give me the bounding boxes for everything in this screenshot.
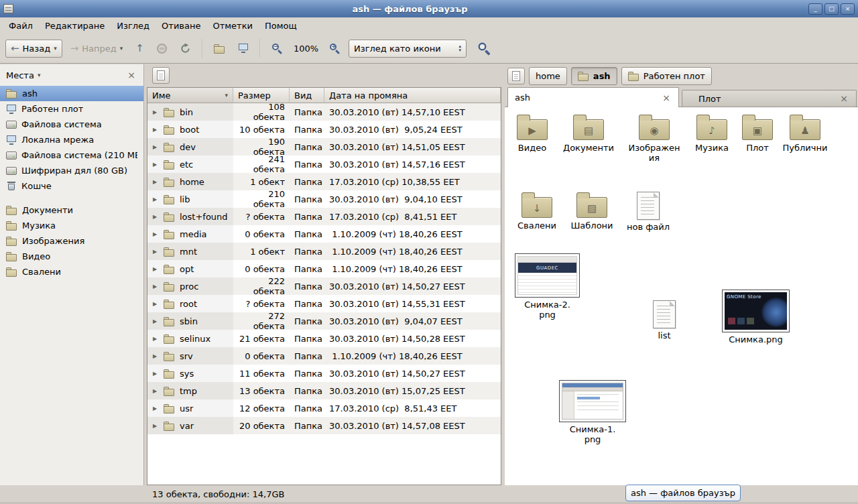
sidebar-item-documents[interactable]: Документи bbox=[0, 202, 143, 218]
location-toggle-button[interactable] bbox=[152, 67, 170, 84]
icon-item-new-file[interactable]: нов файл bbox=[621, 192, 675, 233]
icon-item-desktop[interactable]: ▣ Плот bbox=[731, 114, 784, 153]
expander-icon[interactable]: ▶ bbox=[153, 336, 159, 342]
minimize-button[interactable]: _ bbox=[808, 3, 822, 15]
chevron-down-icon[interactable]: ▾ bbox=[38, 72, 41, 78]
expander-icon[interactable]: ▶ bbox=[153, 388, 159, 394]
expander-icon[interactable]: ▶ bbox=[153, 266, 159, 272]
sidebar-item-pictures[interactable]: Изображения bbox=[0, 233, 143, 249]
expander-icon[interactable]: ▶ bbox=[153, 144, 159, 150]
expander-icon[interactable]: ▶ bbox=[153, 249, 159, 255]
sidebar-item-trash[interactable]: Кошче bbox=[0, 178, 143, 194]
zoom-in-button[interactable]: + bbox=[324, 40, 345, 58]
table-row[interactable]: ▶var 20 обекта Папка 30.03.2010 (вт) 14,… bbox=[147, 417, 501, 434]
expander-icon[interactable]: ▶ bbox=[153, 284, 159, 290]
maximize-button[interactable]: □ bbox=[824, 3, 839, 15]
column-header-size[interactable]: Размер bbox=[233, 88, 290, 103]
sidebar-item-desktop[interactable]: Работен плот bbox=[0, 101, 143, 117]
view-mode-select[interactable]: Изглед като икони ▴▾ bbox=[349, 40, 467, 58]
table-row[interactable]: ▶bin 108 обекта Папка 30.03.2010 (вт) 14… bbox=[147, 103, 501, 121]
expander-icon[interactable]: ▶ bbox=[153, 179, 159, 185]
home-button[interactable] bbox=[209, 40, 230, 57]
path-button-home[interactable]: home bbox=[529, 67, 567, 85]
tab-close-icon[interactable]: × bbox=[839, 93, 849, 104]
sidebar-item-filesystem-210mb[interactable]: Файлова система (210 MB) bbox=[0, 147, 143, 163]
search-button[interactable] bbox=[474, 40, 495, 58]
zoom-out-button[interactable]: − bbox=[267, 40, 288, 58]
location-toggle-button[interactable] bbox=[507, 68, 525, 84]
menu-bookmarks[interactable]: Отметки bbox=[206, 19, 258, 33]
table-row[interactable]: ▶dev 190 обекта Папка 30.03.2010 (вт) 14… bbox=[147, 138, 501, 155]
back-dropdown-icon[interactable]: ▾ bbox=[54, 45, 57, 52]
expander-icon[interactable]: ▶ bbox=[153, 127, 159, 133]
reload-button[interactable] bbox=[175, 40, 196, 58]
computer-button[interactable] bbox=[233, 40, 253, 56]
sidebar-item-video[interactable]: Видео bbox=[0, 249, 143, 264]
expander-icon[interactable]: ▶ bbox=[153, 353, 159, 359]
sidebar-item-filesystem[interactable]: Файлова система bbox=[0, 117, 143, 132]
menu-go[interactable]: Отиване bbox=[156, 19, 206, 33]
icon-item-list[interactable]: list bbox=[637, 300, 691, 341]
table-row[interactable]: ▶proc 222 обекта Папка 30.03.2010 (вт) 1… bbox=[147, 277, 501, 295]
menu-file[interactable]: Файл bbox=[3, 19, 39, 33]
close-button[interactable]: × bbox=[841, 3, 855, 15]
column-header-date[interactable]: Дата на промяна bbox=[324, 88, 501, 103]
path-button-ash[interactable]: ash bbox=[571, 67, 617, 85]
column-header-type[interactable]: Вид bbox=[290, 88, 324, 103]
table-row[interactable]: ▶media 0 обекта Папка 1.10.2009 (чт) 18,… bbox=[147, 225, 501, 243]
icon-item-documents[interactable]: ▤ Документи bbox=[562, 114, 615, 153]
table-row[interactable]: ▶etc 241 обекта Папка 30.03.2010 (вт) 14… bbox=[147, 155, 501, 173]
expander-icon[interactable]: ▶ bbox=[153, 371, 159, 377]
table-row[interactable]: ▶sbin 272 обекта Папка 30.03.2010 (вт) 9… bbox=[147, 312, 501, 330]
table-row[interactable]: ▶home 1 обект Папка 17.03.2010 (ср) 10,3… bbox=[147, 173, 501, 190]
table-row[interactable]: ▶sys 11 обекта Папка 30.03.2010 (вт) 14,… bbox=[147, 365, 501, 382]
expander-icon[interactable]: ▶ bbox=[153, 318, 159, 324]
menu-edit[interactable]: Редактиране bbox=[39, 19, 111, 33]
column-header-name[interactable]: Име ▾ bbox=[147, 88, 233, 103]
up-button[interactable]: ↑ bbox=[131, 40, 149, 56]
tab-ash[interactable]: ash × bbox=[507, 87, 679, 107]
path-button-desktop[interactable]: Работен плот bbox=[621, 67, 712, 85]
tab-plot[interactable]: Плот × bbox=[682, 90, 857, 107]
back-button[interactable]: ← Назад ▾ bbox=[5, 40, 62, 58]
table-row[interactable]: ▶mnt 1 обект Папка 1.10.2009 (чт) 18,40,… bbox=[147, 243, 501, 260]
expander-icon[interactable]: ▶ bbox=[153, 196, 159, 202]
icon-item-public[interactable]: ♟ Публични bbox=[778, 114, 832, 153]
forward-button[interactable]: → Напред ▾ bbox=[66, 40, 128, 57]
icon-item-video[interactable]: ▶ Видео bbox=[505, 114, 559, 153]
expander-icon[interactable]: ▶ bbox=[153, 405, 159, 412]
sidebar-item-network[interactable]: Локална мрежа bbox=[0, 132, 143, 147]
table-row[interactable]: ▶boot 10 обекта Папка 30.03.2010 (вт) 9,… bbox=[147, 121, 501, 138]
expander-icon[interactable]: ▶ bbox=[153, 231, 159, 237]
table-row[interactable]: ▶selinux 21 обекта Папка 30.03.2010 (вт)… bbox=[147, 330, 501, 347]
table-row[interactable]: ▶lib 210 обекта Папка 30.03.2010 (вт) 9,… bbox=[147, 190, 501, 208]
menu-view[interactable]: Изглед bbox=[111, 19, 156, 33]
table-row[interactable]: ▶usr 12 обекта Папка 17.03.2010 (ср) 8,5… bbox=[147, 399, 501, 417]
expander-icon[interactable]: ▶ bbox=[153, 162, 159, 168]
table-row[interactable]: ▶root ? обекта Папка 30.03.2010 (вт) 14,… bbox=[147, 295, 501, 312]
sidebar-item-encrypted-80gb[interactable]: Шифриран дял (80 GB) bbox=[0, 163, 143, 178]
tab-close-icon[interactable]: × bbox=[661, 92, 672, 103]
sidebar-close-icon[interactable]: × bbox=[125, 70, 137, 80]
sidebar-title[interactable]: Места bbox=[6, 70, 34, 80]
table-row[interactable]: ▶lost+found ? обекта Папка 17.03.2010 (с… bbox=[147, 208, 501, 225]
expander-icon[interactable]: ▶ bbox=[153, 301, 159, 307]
icon-item-snimka[interactable]: GNOME Store Снимка.png bbox=[722, 290, 790, 345]
icon-item-snimka-2[interactable]: GUADEC Снимка-2.png bbox=[515, 253, 580, 320]
expander-icon[interactable]: ▶ bbox=[153, 214, 159, 220]
icon-item-downloads[interactable]: ↓ Свалени bbox=[510, 192, 564, 231]
sidebar-item-music[interactable]: Музика bbox=[0, 218, 143, 233]
table-row[interactable]: ▶tmp 13 обекта Папка 30.03.2010 (вт) 15,… bbox=[147, 382, 501, 399]
sidebar-item-downloads[interactable]: Свалени bbox=[0, 264, 143, 279]
expander-icon[interactable]: ▶ bbox=[153, 109, 159, 115]
icon-item-templates[interactable]: ▨ Шаблони bbox=[565, 192, 619, 231]
sidebar-item-ash[interactable]: ash bbox=[0, 86, 143, 101]
stop-button[interactable] bbox=[152, 40, 172, 57]
table-row[interactable]: ▶opt 0 обекта Папка 1.10.2009 (чт) 18,40… bbox=[147, 260, 501, 277]
taskbar-window-button[interactable]: ash — файлов браузър bbox=[625, 485, 741, 501]
expander-icon[interactable]: ▶ bbox=[153, 423, 159, 429]
icon-item-pictures[interactable]: ◉ Изображения bbox=[627, 114, 681, 164]
icon-item-snimka-1[interactable]: Снимка-1.png bbox=[559, 380, 626, 445]
table-row[interactable]: ▶srv 0 обекта Папка 1.10.2009 (чт) 18,40… bbox=[147, 347, 501, 365]
menu-help[interactable]: Помощ bbox=[259, 19, 303, 33]
